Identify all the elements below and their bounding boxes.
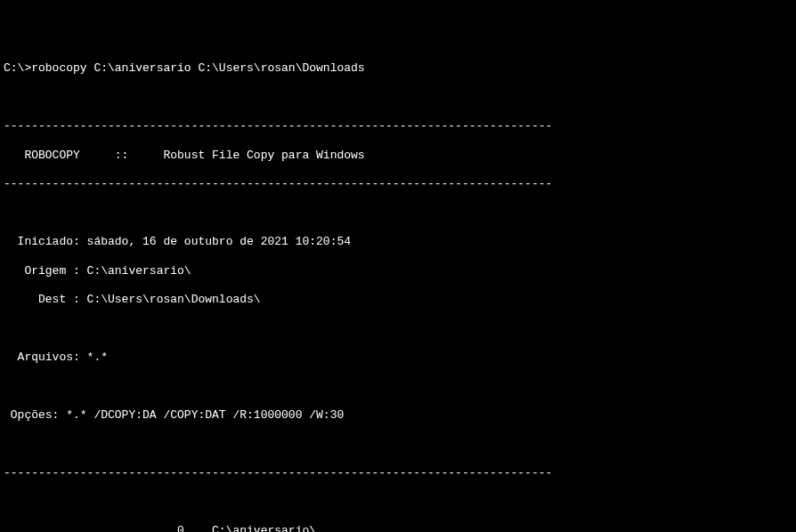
divider: ----------------------------------------… — [4, 177, 792, 191]
blank-line — [4, 380, 792, 394]
divider: ----------------------------------------… — [4, 466, 792, 480]
info-arquivos: Arquivos: *.* — [4, 351, 792, 365]
command-prompt-line[interactable]: C:\>robocopy C:\aniversario C:\Users\ros… — [4, 61, 792, 76]
blank-line — [4, 438, 792, 452]
info-origem: Origem : C:\aniversario\ — [4, 264, 792, 278]
robocopy-title: ROBOCOPY :: Robust File Copy para Window… — [4, 149, 792, 163]
info-iniciado: Iniciado: sábado, 16 de outubro de 2021 … — [4, 235, 792, 249]
blank-line — [4, 91, 792, 105]
blank-line — [4, 322, 792, 336]
output-row: 0 C:\aniversario\ — [4, 524, 792, 532]
output-rows: 0 C:\aniversario\ *Dir EXTRA -1 C:\Users… — [4, 524, 792, 532]
divider: ----------------------------------------… — [4, 119, 792, 133]
blank-line — [4, 206, 792, 221]
blank-line — [4, 496, 792, 510]
info-opcoes: Opções: *.* /DCOPY:DA /COPY:DAT /R:10000… — [4, 408, 792, 423]
info-dest: Dest : C:\Users\rosan\Downloads\ — [4, 293, 792, 307]
